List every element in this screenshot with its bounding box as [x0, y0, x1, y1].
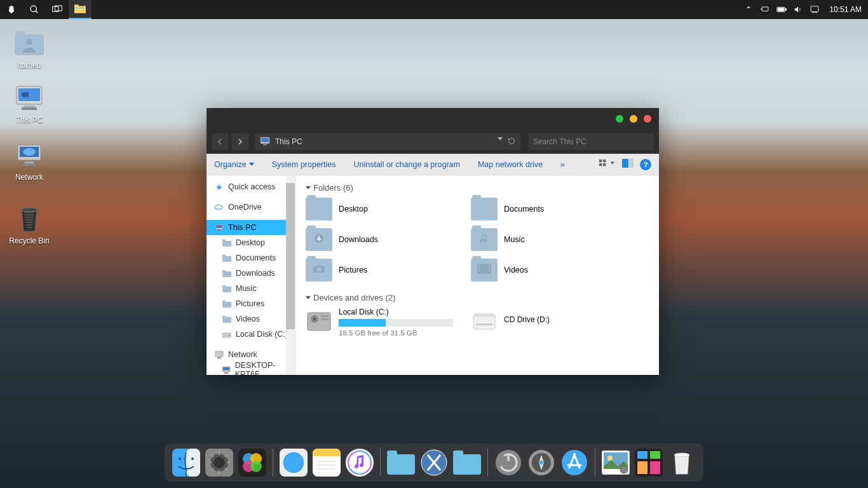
svg-rect-114 — [453, 454, 481, 475]
sidebar-item-network[interactable]: Network — [207, 347, 295, 362]
sidebar-item-local-disk[interactable]: Local Disk (C:) — [207, 327, 295, 342]
preview-pane-button[interactable] — [622, 159, 634, 170]
sidebar-item-downloads[interactable]: Downloads — [207, 266, 295, 281]
volume-icon[interactable] — [793, 4, 803, 15]
dock-folder-2[interactable] — [452, 447, 482, 478]
onedrive-icon — [214, 202, 224, 212]
svg-rect-51 — [222, 316, 226, 318]
this-pc-small-icon — [260, 137, 270, 147]
folders-section-header[interactable]: Folders (6) — [306, 183, 649, 193]
sidebar-item-desktop[interactable]: Desktop — [207, 235, 295, 250]
svg-rect-107 — [346, 449, 374, 477]
toolbar-organize[interactable]: Organize — [214, 160, 254, 169]
battery-icon[interactable] — [776, 4, 787, 15]
sidebar-item-quick-access[interactable]: ★Quick access — [207, 179, 295, 194]
help-button[interactable]: ? — [640, 159, 651, 170]
dock-photos[interactable] — [600, 447, 631, 478]
toolbar-uninstall[interactable]: Uninstall or change a program — [353, 160, 459, 169]
address-bar[interactable]: This PC — [255, 133, 520, 150]
svg-point-84 — [214, 457, 225, 468]
drive-free-text: 18.5 GB free of 31.5 GB — [339, 329, 465, 337]
titlebar[interactable] — [207, 108, 659, 130]
sidebar-item-this-pc[interactable]: This PC — [207, 220, 295, 235]
toolbar-system-properties[interactable]: System properties — [272, 160, 336, 169]
sidebar-item-pictures[interactable]: Pictures — [207, 296, 295, 311]
task-view-button[interactable] — [46, 0, 69, 19]
minimize-button[interactable] — [630, 115, 637, 123]
svg-rect-10 — [785, 9, 786, 11]
folder-icon — [471, 198, 498, 220]
sidebar-item-documents[interactable]: Documents — [207, 250, 295, 266]
folder-downloads[interactable]: Downloads — [306, 228, 465, 251]
toolbar: Organize System properties Uninstall or … — [207, 154, 659, 175]
dock-notes[interactable] — [311, 447, 342, 478]
maximize-button[interactable] — [616, 115, 623, 123]
svg-rect-33 — [599, 163, 602, 166]
desktop-icon-this-pc[interactable]: This PC — [5, 83, 53, 125]
drive-local-disk[interactable]: Local Disk (C:) 18.5 GB free of 31.5 GB — [306, 308, 465, 337]
sidebar-item-onedrive[interactable]: OneDrive — [207, 200, 295, 215]
svg-point-24 — [23, 148, 36, 156]
sidebar-item-desktop-host[interactable]: DESKTOP-KPT6F — [207, 362, 295, 375]
dock-appstore[interactable] — [559, 447, 590, 478]
close-button[interactable] — [644, 115, 651, 123]
drive-usage-bar — [339, 319, 453, 327]
search-button[interactable] — [23, 0, 46, 19]
dock-launchpad[interactable] — [526, 447, 557, 478]
dock-power[interactable] — [493, 447, 524, 478]
dock-finder[interactable] — [171, 447, 201, 478]
dock-safari[interactable] — [278, 447, 309, 478]
dock-itunes[interactable] — [344, 447, 375, 478]
svg-point-126 — [607, 456, 613, 461]
svg-rect-48 — [222, 302, 231, 308]
dock-separator — [273, 449, 273, 477]
devices-section-header[interactable]: Devices and drives (2) — [306, 293, 649, 302]
desktop-icon-user[interactable]: hamed — [5, 28, 53, 70]
dock-trash[interactable] — [667, 447, 697, 478]
svg-point-0 — [31, 6, 36, 11]
drive-cd[interactable]: CD Drive (D:) — [471, 308, 630, 337]
forward-button[interactable] — [232, 133, 248, 150]
power-icon[interactable] — [760, 4, 770, 15]
svg-rect-29 — [261, 138, 269, 142]
back-button[interactable] — [212, 133, 228, 150]
dock-mission-control[interactable] — [634, 447, 664, 478]
folder-icon — [222, 238, 232, 248]
chevron-up-icon[interactable]: ⌃ — [743, 4, 754, 15]
drive-name: Local Disk (C:) — [339, 308, 465, 316]
file-explorer-taskbar-button[interactable] — [69, 0, 92, 19]
clock[interactable]: 10:51 AM — [829, 5, 862, 14]
svg-rect-12 — [811, 6, 818, 12]
svg-rect-64 — [478, 265, 480, 266]
dock-osx[interactable] — [419, 447, 449, 478]
folder-videos[interactable]: Videos — [471, 259, 630, 281]
svg-rect-73 — [321, 315, 329, 317]
toolbar-map-drive[interactable]: Map network drive — [478, 160, 543, 169]
start-button[interactable] — [0, 0, 23, 19]
sidebar-scrollbar[interactable] — [286, 175, 295, 375]
view-icons-button[interactable] — [599, 159, 616, 170]
svg-point-133 — [674, 453, 689, 457]
search-input[interactable]: Search This PC — [528, 133, 654, 150]
sidebar-item-music[interactable]: Music — [207, 281, 295, 296]
folder-music[interactable]: Music — [471, 228, 630, 251]
dock-folder-1[interactable] — [386, 447, 416, 478]
chevron-down-icon[interactable] — [498, 137, 503, 140]
this-pc-icon — [14, 83, 44, 113]
refresh-icon[interactable] — [508, 137, 515, 147]
desktop-icon-recycle-bin[interactable]: Recycle Bin — [5, 203, 53, 245]
folder-documents[interactable]: Documents — [471, 198, 630, 220]
svg-rect-21 — [27, 92, 29, 97]
folder-pictures[interactable]: Pictures — [306, 259, 465, 281]
toolbar-more[interactable]: » — [560, 160, 565, 169]
svg-rect-62 — [316, 265, 322, 267]
svg-rect-44 — [222, 271, 231, 277]
svg-rect-11 — [778, 8, 783, 11]
notifications-icon[interactable] — [810, 4, 820, 15]
desktop-icon-network[interactable]: Network — [5, 140, 53, 182]
folder-desktop[interactable]: Desktop — [306, 198, 465, 220]
sidebar-item-videos[interactable]: Videos — [207, 311, 295, 327]
svg-rect-130 — [650, 451, 660, 459]
dock-settings[interactable] — [204, 447, 234, 478]
dock-game-center[interactable] — [237, 447, 268, 478]
